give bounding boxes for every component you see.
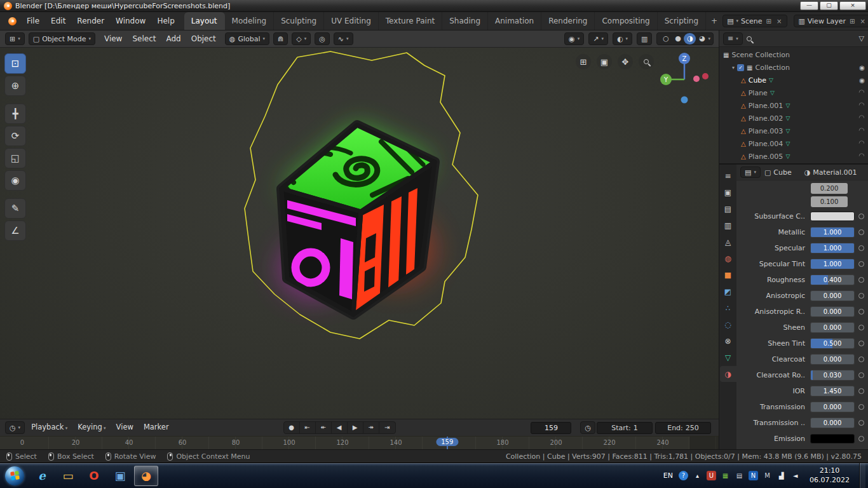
- taskbar-app-opera[interactable]: O: [82, 466, 106, 486]
- menu-help[interactable]: Help: [151, 12, 180, 30]
- slider-anisotropic-r[interactable]: 0.000: [810, 306, 855, 317]
- outliner-item-plane-002[interactable]: △Plane.002▽◡: [719, 112, 868, 125]
- hypercube-object[interactable]: [281, 125, 435, 315]
- eye-open-icon[interactable]: ◉: [859, 77, 865, 84]
- keyframe-dot[interactable]: [858, 388, 864, 394]
- workspace-tab-sculpting[interactable]: Sculpting: [274, 12, 324, 30]
- slider-clearcoat-ro[interactable]: 0.030: [810, 370, 855, 381]
- close-button[interactable]: ×: [839, 1, 866, 10]
- minimize-button[interactable]: —: [800, 1, 818, 10]
- workspace-tab-compositing[interactable]: Compositing: [595, 12, 657, 30]
- properties-editor-type-button[interactable]: ▤ ▾: [740, 166, 761, 178]
- slider-clearcoat[interactable]: 0.000: [810, 354, 855, 365]
- play-button[interactable]: ▶: [348, 422, 363, 433]
- transform-orientation-dropdown[interactable]: ◍ Global ▾: [225, 32, 269, 45]
- keyframe-dot[interactable]: [858, 293, 864, 299]
- object-visibility-dropdown[interactable]: ◉ ▾: [564, 32, 584, 45]
- breadcrumb-material[interactable]: ◑ Material.001: [804, 168, 857, 177]
- proportional-falloff-dropdown[interactable]: ∿ ▾: [334, 32, 353, 45]
- timeline-editor-type-button[interactable]: ◷ ▾: [5, 421, 25, 434]
- navigation-gizmo[interactable]: Z Y: [646, 48, 710, 108]
- blender-menu-button[interactable]: [4, 12, 21, 30]
- keyframe-dot[interactable]: [858, 420, 864, 426]
- keyframe-dot[interactable]: [858, 404, 864, 410]
- editor-type-button[interactable]: ⊞ ▾: [5, 32, 25, 45]
- timeline-ruler[interactable]: 020406080100120140160180200220240159: [0, 436, 719, 449]
- breadcrumb-object[interactable]: ▢ Cube: [764, 168, 792, 177]
- outliner-item-plane-005[interactable]: △Plane.005▽◡: [719, 150, 868, 163]
- use-preview-range-toggle[interactable]: ◷: [580, 421, 595, 434]
- shading-rendered-button[interactable]: ◕: [696, 33, 708, 44]
- keyframe-dot[interactable]: [858, 325, 864, 330]
- keyframe-dot[interactable]: [858, 229, 864, 235]
- slider-transmission[interactable]: 0.000: [810, 417, 855, 428]
- timeline-menu-marker[interactable]: Marker: [139, 419, 174, 437]
- keyframe-dot[interactable]: [858, 372, 864, 378]
- tray-show-hidden-icon[interactable]: ▴: [693, 471, 702, 480]
- outliner-item-cube[interactable]: △Cube▽◉: [719, 74, 868, 86]
- tool-cursor[interactable]: ⊕: [4, 76, 26, 96]
- filter-icon[interactable]: ▽: [859, 35, 864, 42]
- camera-view-button[interactable]: ▣: [597, 54, 612, 69]
- keyframe-dot[interactable]: [858, 356, 864, 362]
- frame-end-field[interactable]: End: 250: [655, 422, 711, 434]
- keyframe-dot[interactable]: [858, 436, 864, 442]
- slider-transmission[interactable]: 0.000: [810, 402, 855, 412]
- tool-move[interactable]: ╋: [4, 104, 26, 124]
- tray-keyboard-icon[interactable]: ▤: [735, 471, 744, 480]
- axis-x-neg-icon[interactable]: [702, 73, 709, 79]
- tray-network-icon[interactable]: ▟: [776, 471, 786, 480]
- shading-material-preview-button[interactable]: ◑: [684, 33, 696, 44]
- timeline-menu-playback[interactable]: Playback ▾: [26, 419, 72, 437]
- taskbar-clock[interactable]: 21:10 06.07.2022: [804, 466, 855, 485]
- toggle-ortho-button[interactable]: ⊞: [576, 54, 591, 69]
- window-titlebar[interactable]: Blender [D:\Блендер меши\HypercubeForScr…: [0, 0, 868, 12]
- scene-selector[interactable]: ▤ ▾ Scene ⊞ ×: [722, 15, 787, 27]
- workspace-tab-animation[interactable]: Animation: [488, 12, 541, 30]
- properties-tab-constraints[interactable]: ⊗: [720, 333, 736, 349]
- taskbar-app-file-explorer[interactable]: ▭: [56, 466, 80, 486]
- workspace-tab-layout[interactable]: Layout: [184, 12, 225, 30]
- tray-tray-u-icon[interactable]: U: [707, 471, 716, 480]
- shading-wireframe-button[interactable]: ○: [660, 33, 672, 44]
- maximize-button[interactable]: ▢: [820, 1, 838, 10]
- properties-tab-object[interactable]: ■: [720, 267, 736, 283]
- outliner-item-collection[interactable]: ▾✓▦Collection◉: [719, 61, 868, 74]
- outliner-item-plane-001[interactable]: △Plane.001▽◡: [719, 99, 868, 112]
- snap-toggle[interactable]: ⋒: [273, 32, 288, 45]
- properties-tab-output[interactable]: ▤: [720, 201, 736, 217]
- outliner-item-scene-collection[interactable]: ▦Scene Collection: [719, 48, 868, 61]
- properties-tab-render[interactable]: ▣: [720, 184, 736, 200]
- properties-tab-material[interactable]: ◑: [720, 366, 736, 382]
- properties-tab-view-layer[interactable]: ▥: [720, 217, 736, 233]
- tray-tray-m-icon[interactable]: M: [763, 471, 772, 480]
- outliner-item-plane[interactable]: △Plane▽◡: [719, 86, 868, 99]
- tool-annotate[interactable]: ✎: [4, 198, 26, 219]
- new-scene-icon[interactable]: ⊞: [765, 18, 773, 25]
- eye-open-icon[interactable]: ◉: [859, 64, 865, 71]
- slider-specular-tint[interactable]: 1.000: [810, 259, 855, 269]
- workspace-tab-rendering[interactable]: Rendering: [541, 12, 595, 30]
- viewport-menu-add[interactable]: Add: [161, 30, 186, 47]
- tray-tray-green-icon[interactable]: ▦: [721, 471, 730, 480]
- workspace-tab-uv-editing[interactable]: UV Editing: [324, 12, 379, 30]
- keyframe-dot[interactable]: [858, 245, 864, 251]
- eye-closed-icon[interactable]: ◡: [858, 152, 865, 161]
- snap-target-dropdown[interactable]: ◇ ▾: [292, 32, 311, 45]
- collection-checkbox[interactable]: ✓: [737, 64, 744, 71]
- previous-keyframe-button[interactable]: ↞: [316, 422, 332, 433]
- slider-ior[interactable]: 1.450: [810, 386, 855, 396]
- timeline-menu-keying[interactable]: Keying ▾: [72, 419, 111, 437]
- keyframe-dot[interactable]: [858, 341, 864, 346]
- overlays-dropdown[interactable]: ◐ ▾: [613, 32, 632, 45]
- tool-measure[interactable]: ∠: [4, 220, 26, 241]
- properties-tab-modifiers[interactable]: ◩: [720, 283, 736, 299]
- taskbar-app-windows-app[interactable]: ▣: [108, 466, 132, 486]
- eye-closed-icon[interactable]: ◡: [858, 102, 865, 110]
- tool-scale[interactable]: ◱: [4, 148, 26, 168]
- pan-view-button[interactable]: ✥: [618, 54, 633, 69]
- properties-tab-particles[interactable]: ∴: [720, 300, 736, 316]
- properties-tab-scene[interactable]: ◬: [720, 234, 736, 250]
- axis-z-neg-icon[interactable]: [681, 97, 688, 104]
- tool-select-box[interactable]: ⊡: [4, 53, 26, 74]
